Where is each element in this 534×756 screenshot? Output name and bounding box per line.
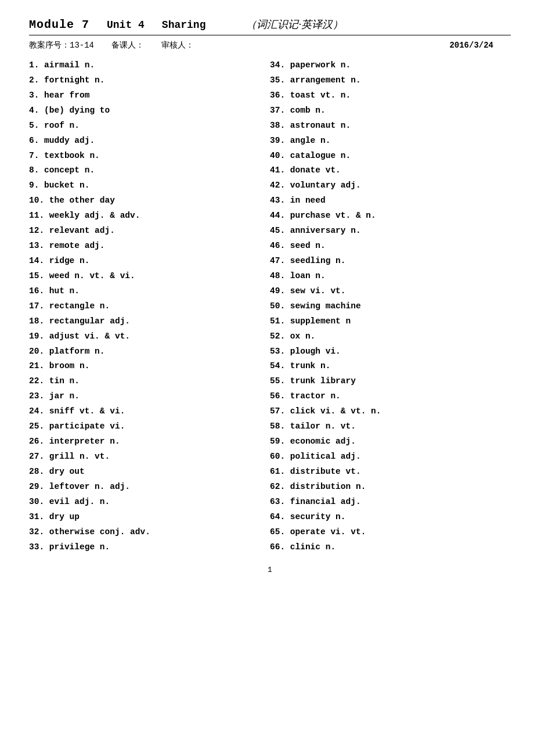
list-item: 66. clinic n. [270, 541, 511, 555]
list-item: 9. bucket n. [29, 179, 270, 193]
list-item: 15. weed n. vt. & vi. [29, 269, 270, 283]
list-item: 2. fortnight n. [29, 74, 270, 88]
list-item: 44. purchase vt. & n. [270, 209, 511, 223]
list-item: 13. remote adj. [29, 239, 270, 253]
list-item: 30. evil adj. n. [29, 495, 270, 509]
module-title: Module 7 [29, 18, 89, 31]
list-item: 58. tailor n. vt. [270, 420, 511, 434]
header-divider [29, 35, 511, 35]
list-item: 56. tractor n. [270, 390, 511, 404]
list-item: 11. weekly adj. & adv. [29, 209, 270, 223]
list-item: 20. platform n. [29, 345, 270, 359]
list-item: 16. hut n. [29, 285, 270, 298]
meta-row: 教案序号：13-14 备课人： 审核人： 2016/3/24 [29, 40, 511, 51]
list-item: 39. angle n. [270, 134, 511, 148]
list-item: 14. ridge n. [29, 254, 270, 268]
list-item: 19. adjust vi. & vt. [29, 330, 270, 344]
list-item: 31. dry up [29, 510, 270, 524]
list-item: 22. tin n. [29, 375, 270, 388]
list-item: 18. rectangular adj. [29, 315, 270, 329]
list-item: 48. loan n. [270, 269, 511, 283]
list-item: 5. roof n. [29, 119, 270, 133]
list-item: 60. political adj. [270, 450, 511, 464]
list-item: 24. sniff vt. & vi. [29, 405, 270, 419]
list-item: 42. voluntary adj. [270, 179, 511, 193]
list-item: 38. astronaut n. [270, 119, 511, 133]
list-item: 6. muddy adj. [29, 134, 270, 148]
list-item: 53. plough vi. [270, 345, 511, 359]
list-item: 35. arrangement n. [270, 74, 511, 88]
list-item: 10. the other day [29, 194, 270, 208]
list-item: 7. textbook n. [29, 149, 270, 163]
list-item: 28. dry out [29, 465, 270, 479]
page-number: 1 [29, 566, 511, 574]
list-item: 63. financial adj. [270, 495, 511, 509]
list-item: 52. ox n. [270, 330, 511, 344]
list-item: 59. economic adj. [270, 435, 511, 449]
list-item: 17. rectangle n. [29, 300, 270, 314]
list-item: 23. jar n. [29, 390, 270, 404]
list-item: 25. participate vi. [29, 420, 270, 434]
preparer: 备课人： [111, 40, 144, 51]
left-column: 1. airmail n.2. fortnight n.3. hear from… [29, 59, 270, 554]
lesson-no: 教案序号：13-14 [29, 40, 94, 51]
reviewer: 审核人： [161, 40, 194, 51]
list-item: 3. hear from [29, 89, 270, 103]
list-item: 61. distribute vt. [270, 465, 511, 479]
list-item: 62. distribution n. [270, 480, 511, 494]
date: 2016/3/24 [449, 41, 493, 50]
right-column: 34. paperwork n.35. arrangement n.36. to… [270, 59, 511, 554]
list-item: 64. security n. [270, 510, 511, 524]
list-item: 33. privilege n. [29, 541, 270, 555]
list-item: 32. otherwise conj. adv. [29, 525, 270, 539]
list-item: 47. seedling n. [270, 254, 511, 268]
list-item: 1. airmail n. [29, 59, 270, 73]
list-item: 27. grill n. vt. [29, 450, 270, 464]
list-item: 50. sewing machine [270, 300, 511, 314]
list-item: 21. broom n. [29, 359, 270, 373]
list-item: 65. operate vi. vt. [270, 525, 511, 539]
list-item: 55. trunk library [270, 375, 511, 388]
list-item: 36. toast vt. n. [270, 89, 511, 103]
list-item: 43. in need [270, 194, 511, 208]
subtitle: （词汇识记·英译汉） [246, 17, 343, 31]
list-item: 49. sew vi. vt. [270, 285, 511, 298]
list-item: 26. interpreter n. [29, 435, 270, 449]
list-item: 8. concept n. [29, 164, 270, 178]
list-item: 4. (be) dying to [29, 104, 270, 118]
list-item: 29. leftover n. adj. [29, 480, 270, 494]
header: Module 7 Unit 4 Sharing （词汇识记·英译汉） [29, 17, 511, 31]
list-item: 46. seed n. [270, 239, 511, 253]
list-item: 57. click vi. & vt. n. [270, 405, 511, 419]
list-item: 45. anniversary n. [270, 224, 511, 238]
list-item: 54. trunk n. [270, 359, 511, 373]
list-item: 41. donate vt. [270, 164, 511, 178]
list-item: 34. paperwork n. [270, 59, 511, 73]
list-item: 51. supplement n [270, 315, 511, 329]
vocab-section: 1. airmail n.2. fortnight n.3. hear from… [29, 59, 511, 554]
unit-title: Unit 4 [107, 19, 145, 31]
list-item: 40. catalogue n. [270, 149, 511, 163]
list-item: 37. comb n. [270, 104, 511, 118]
list-item: 12. relevant adj. [29, 224, 270, 238]
sharing-title: Sharing [162, 19, 206, 31]
